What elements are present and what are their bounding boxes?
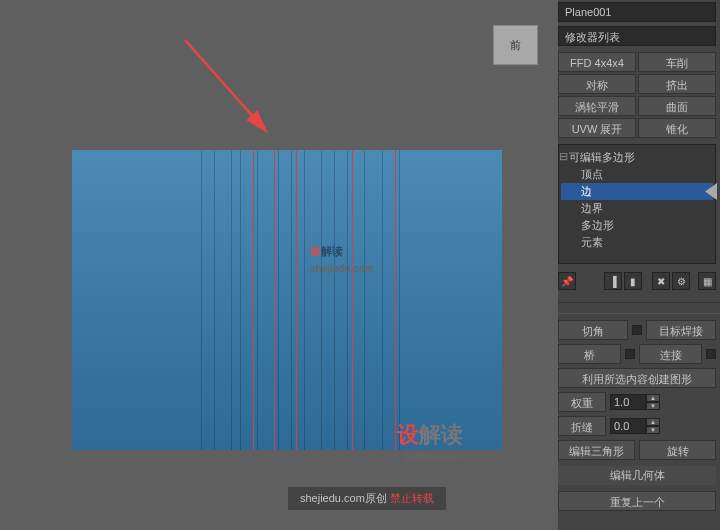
footer-credit: shejiedu.com原创 禁止转载 [288, 487, 446, 510]
selected-edge [296, 150, 297, 450]
viewcube[interactable] [493, 25, 538, 65]
subobj-edge[interactable]: 边 [561, 183, 713, 200]
subobj-element[interactable]: 元素 [561, 234, 713, 251]
remove-icon[interactable]: ✖ [652, 272, 670, 290]
mod-button-ffd[interactable]: FFD 4x4x4 [558, 52, 636, 72]
viewport[interactable]: 设解读 shejiedu.com 设解读 shejiedu.com shejie… [0, 0, 558, 530]
selected-edge [395, 150, 396, 450]
selected-edge [253, 150, 254, 450]
mod-button-uvw[interactable]: UVW 展开 [558, 118, 636, 138]
make-unique-icon[interactable]: ▮ [624, 272, 642, 290]
create-shape-button[interactable]: 利用所选内容创建图形 [558, 368, 716, 388]
crease-spinner[interactable]: ▲▼ [610, 418, 660, 434]
modifier-stack[interactable]: 可编辑多边形 顶点 边 边界 多边形 元素 [558, 144, 716, 264]
watermark: 设解读 shejiedu.com [397, 420, 463, 461]
subobj-border[interactable]: 边界 [561, 200, 713, 217]
chamfer-settings[interactable] [632, 325, 642, 335]
connect-button[interactable]: 连接 [639, 344, 702, 364]
chamfer-button[interactable]: 切角 [558, 320, 628, 340]
spinner-up-icon[interactable]: ▲ [646, 394, 660, 402]
edit-tri-button[interactable]: 编辑三角形 [558, 440, 635, 460]
weight-input[interactable] [610, 394, 646, 410]
modifier-list-dropdown[interactable]: 修改器列表 [558, 26, 716, 46]
modify-panel: Plane001 修改器列表 FFD 4x4x4 车削 对称 挤出 涡轮平滑 曲… [558, 0, 720, 530]
crease-input[interactable] [610, 418, 646, 434]
bridge-button[interactable]: 桥 [558, 344, 621, 364]
edit-geometry-header[interactable]: 编辑几何体 [558, 466, 716, 485]
selected-edge [352, 150, 353, 450]
bridge-settings[interactable] [625, 349, 635, 359]
spinner-down-icon[interactable]: ▼ [646, 426, 660, 434]
target-weld-button[interactable]: 目标焊接 [646, 320, 716, 340]
show-end-icon[interactable]: ▐ [604, 272, 622, 290]
spinner-down-icon[interactable]: ▼ [646, 402, 660, 410]
mesh-object[interactable] [72, 150, 502, 450]
crease-label: 折缝 [558, 416, 606, 436]
mod-button-taper[interactable]: 锥化 [638, 118, 716, 138]
weight-label: 权重 [558, 392, 606, 412]
mod-button-symmetry[interactable]: 对称 [558, 74, 636, 94]
subobj-vertex[interactable]: 顶点 [561, 166, 713, 183]
connect-settings[interactable] [706, 349, 716, 359]
stack-toolbar: 📌 ▐ ▮ ✖ ⚙ ▦ [558, 268, 720, 294]
repeat-last-button[interactable]: 重复上一个 [558, 491, 716, 511]
turn-button[interactable]: 旋转 [639, 440, 716, 460]
show-cage-icon[interactable]: ▦ [698, 272, 716, 290]
mod-button-extrude[interactable]: 挤出 [638, 74, 716, 94]
mod-button-surface[interactable]: 曲面 [638, 96, 716, 116]
annotation-arrow [180, 35, 280, 135]
selected-edge [274, 150, 275, 450]
mod-button-turbosmooth[interactable]: 涡轮平滑 [558, 96, 636, 116]
weight-spinner[interactable]: ▲▼ [610, 394, 660, 410]
mod-button-lathe[interactable]: 车削 [638, 52, 716, 72]
subobj-polygon[interactable]: 多边形 [561, 217, 713, 234]
pin-icon[interactable]: 📌 [558, 272, 576, 290]
watermark: 设解读 shejiedu.com [310, 235, 374, 274]
svg-line-1 [185, 40, 265, 130]
modifier-buttons: FFD 4x4x4 车削 对称 挤出 涡轮平滑 曲面 UVW 展开 锥化 [558, 50, 720, 140]
object-name-field[interactable]: Plane001 [558, 2, 716, 22]
configure-icon[interactable]: ⚙ [672, 272, 690, 290]
mesh-edges [72, 150, 502, 450]
spinner-up-icon[interactable]: ▲ [646, 418, 660, 426]
stack-item-editpoly[interactable]: 可编辑多边形 [561, 149, 713, 166]
